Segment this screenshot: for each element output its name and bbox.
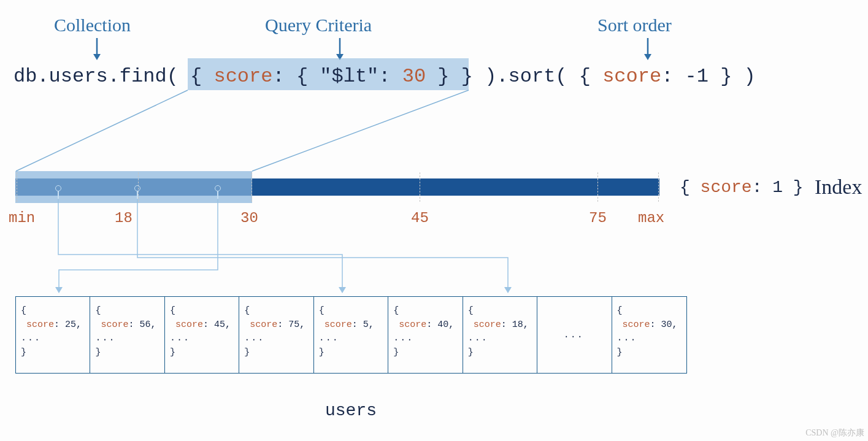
doc-score-line: score: 45,	[170, 318, 232, 332]
doc-brace-close: }	[319, 346, 382, 360]
document-cell: { score: 5,...}	[314, 297, 388, 373]
document-cell: { score: 18,...}	[463, 297, 537, 373]
doc-ellipsis: ...	[617, 332, 680, 346]
doc-ellipsis: ...	[95, 332, 158, 346]
doc-brace-open: {	[617, 304, 680, 318]
document-cell: ...	[537, 297, 612, 373]
document-cell: { score: 56,...}	[90, 297, 164, 373]
doc-brace-open: {	[319, 304, 382, 318]
doc-ellipsis: ...	[319, 332, 382, 346]
doc-brace-close: }	[468, 346, 531, 360]
doc-score-line: score: 5,	[319, 318, 382, 332]
doc-ellipsis: ...	[170, 332, 232, 346]
doc-ellipsis: ...	[564, 329, 584, 343]
doc-ellipsis: ...	[244, 332, 307, 346]
doc-score-line: score: 56,	[95, 318, 158, 332]
document-cell: { score: 30,...}	[612, 297, 686, 373]
doc-brace-close: }	[95, 346, 158, 360]
document-cell: { score: 75,...}	[239, 297, 313, 373]
doc-ellipsis: ...	[21, 332, 83, 346]
doc-brace-open: {	[244, 304, 307, 318]
doc-brace-open: {	[95, 304, 158, 318]
collection-name-label: users	[325, 401, 377, 420]
watermark: CSDN @陈亦康	[805, 428, 864, 439]
document-cell: { score: 40,...}	[388, 297, 463, 373]
doc-ellipsis: ...	[468, 332, 531, 346]
doc-brace-open: {	[170, 304, 232, 318]
document-cell: { score: 25,...}	[16, 297, 90, 373]
doc-brace-close: }	[393, 346, 456, 360]
doc-brace-close: }	[21, 346, 83, 360]
doc-score-line: score: 25,	[21, 318, 83, 332]
doc-brace-open: {	[393, 304, 456, 318]
doc-brace-open: {	[21, 304, 83, 318]
documents-collection: { score: 25,...}{ score: 56,...}{ score:…	[15, 296, 687, 374]
document-cell: { score: 45,...}	[165, 297, 239, 373]
doc-score-line: score: 75,	[244, 318, 307, 332]
doc-ellipsis: ...	[393, 332, 456, 346]
connector-pins-to-docs	[0, 0, 868, 441]
doc-score-line: score: 40,	[393, 318, 456, 332]
svg-marker-8	[339, 287, 346, 293]
doc-score-line: score: 18,	[468, 318, 531, 332]
doc-brace-close: }	[617, 346, 680, 360]
doc-score-line: score: 30,	[617, 318, 680, 332]
svg-marker-9	[504, 287, 512, 293]
doc-brace-close: }	[170, 346, 232, 360]
svg-marker-10	[55, 287, 63, 293]
doc-brace-open: {	[468, 304, 531, 318]
doc-brace-close: }	[244, 346, 307, 360]
